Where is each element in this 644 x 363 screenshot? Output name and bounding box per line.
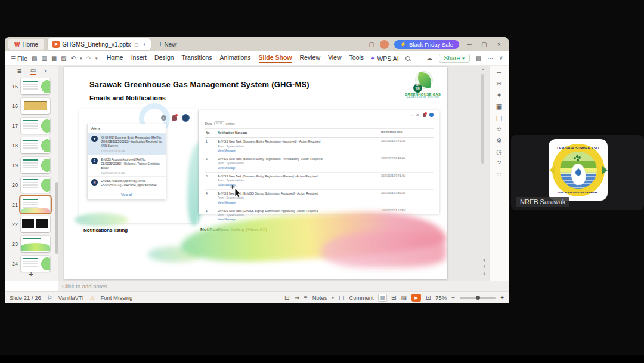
- export-pdf-button[interactable]: ▥: [41, 55, 47, 61]
- redo-button[interactable]: ↷: [86, 55, 91, 61]
- cloud-sync-icon[interactable]: ☁: [426, 54, 433, 62]
- notes-dropdown-icon[interactable]: ▾: [332, 296, 334, 300]
- zoom-out-button[interactable]: −: [451, 294, 455, 301]
- collapse-ribbon-icon[interactable]: ˅: [499, 55, 503, 61]
- comment-pane-icon[interactable]: ▢: [496, 115, 502, 121]
- slide-number: 24: [8, 261, 18, 267]
- slide-canvas[interactable]: Sarawak Greenhouse Gas Management System…: [64, 67, 447, 279]
- document-tab[interactable]: P GHGMS_Briefing_v1.pptx ▢ ∗: [48, 38, 151, 50]
- new-tab-button[interactable]: + New: [154, 40, 179, 48]
- menu-item-slide-show[interactable]: Slide Show: [259, 54, 292, 63]
- menu-item-animations[interactable]: Animations: [220, 54, 251, 63]
- plus-icon: +: [158, 40, 162, 48]
- print-button[interactable]: ▦: [51, 55, 57, 61]
- restore-button[interactable]: ▢: [479, 41, 489, 48]
- split-window-icon[interactable]: ▢: [369, 41, 374, 48]
- outline-view-icon[interactable]: ≣: [17, 67, 21, 74]
- wps-ai-button[interactable]: ✦ WPS AI: [370, 55, 399, 62]
- save-button[interactable]: ▤: [32, 55, 37, 61]
- menu-item-insert[interactable]: Insert: [131, 54, 147, 63]
- normal-view-button[interactable]: ▥: [379, 294, 386, 301]
- jump-to-icon[interactable]: ⇥: [294, 294, 299, 301]
- comment-button[interactable]: Comment: [349, 294, 373, 301]
- more-options-icon[interactable]: ···: [487, 55, 493, 61]
- settings-icon[interactable]: ⚙: [496, 137, 502, 144]
- notes-area[interactable]: Click to add notes: [58, 281, 509, 291]
- view-message-link[interactable]: View Message: [218, 149, 381, 153]
- apps-grid-icon[interactable]: ∷: [497, 171, 501, 178]
- undo-button[interactable]: ↶: [71, 55, 76, 61]
- collapse-panel-icon[interactable]: ›: [44, 67, 46, 74]
- quickbar-more-icon[interactable]: ▾: [95, 56, 98, 61]
- fit-slide-icon[interactable]: ⊡: [426, 294, 431, 301]
- view-message-link[interactable]: View Message: [218, 166, 381, 170]
- slide-thumbnail-17[interactable]: 17: [5, 116, 58, 136]
- slide-thumbnail-22[interactable]: 22: [5, 214, 58, 234]
- slide-thumbnail-19[interactable]: 19: [5, 155, 58, 175]
- zoom-level[interactable]: 75%: [435, 294, 447, 301]
- menu-item-design[interactable]: Design: [154, 54, 174, 63]
- undo-dropdown-icon[interactable]: ▾: [80, 56, 82, 61]
- design-tools-icon[interactable]: ✂: [496, 81, 501, 87]
- board-icon[interactable]: ⊡: [284, 294, 289, 301]
- scroll-down-icon[interactable]: ▾: [483, 258, 485, 263]
- zoom-in-button[interactable]: +: [500, 294, 504, 301]
- notes-toggle[interactable]: Notes: [312, 294, 327, 301]
- history-icon[interactable]: ◷: [496, 149, 502, 155]
- view-message-link[interactable]: View Message: [218, 201, 381, 205]
- close-button[interactable]: ×: [494, 41, 504, 48]
- shapes-icon[interactable]: ▣: [496, 103, 502, 110]
- view-message-link[interactable]: View Message: [218, 183, 381, 187]
- cell-message: EnVISS New Task [Business Entity Registr…: [218, 174, 381, 187]
- search-icon[interactable]: [405, 56, 410, 61]
- share-button[interactable]: Share ▾: [439, 54, 470, 63]
- menu-item-view[interactable]: View: [328, 54, 342, 63]
- menu-item-review[interactable]: Review: [300, 54, 320, 63]
- cell-no: 4: [205, 192, 218, 205]
- main-content: ≣ ▭ › 15161718192021222324 + Sarawak Gre…: [5, 66, 509, 281]
- slide-thumbnail-15[interactable]: 15: [5, 76, 58, 96]
- zoom-slider[interactable]: [460, 297, 496, 299]
- help-icon[interactable]: ?: [497, 160, 501, 167]
- print-preview-button[interactable]: ▧: [61, 55, 66, 61]
- font-missing-warning[interactable]: Font Missing: [100, 294, 132, 301]
- notifications-table: No.Notification MessageNotification Date…: [205, 128, 434, 224]
- editor-scrollbar[interactable]: [481, 74, 484, 164]
- thumbnail-preview: [21, 137, 50, 153]
- slide-thumbnail-21[interactable]: 21: [5, 195, 58, 214]
- right-toolbar: ─ ✂ ✦ ▣ ▢ ☆ ⚙ ◷ ? ∷: [489, 66, 509, 281]
- reading-view-button[interactable]: ▨: [401, 294, 406, 301]
- file-menu[interactable]: ☰ File: [11, 55, 27, 62]
- zoom-slider-handle[interactable]: [476, 296, 480, 300]
- slide-thumbnail-20[interactable]: 20: [5, 175, 58, 195]
- theme-name[interactable]: VanillaVTI: [58, 294, 84, 301]
- wps-office-window: W Home P GHGMS_Briefing_v1.pptx ▢ ∗ + Ne…: [5, 37, 509, 303]
- alerts-view-all-link: View all: [88, 190, 166, 199]
- next-slide-button[interactable]: ⇓: [482, 271, 486, 276]
- thumbnail-scrollbar[interactable]: [55, 182, 58, 254]
- add-slide-button[interactable]: +: [29, 269, 33, 279]
- alert-item[interactable]: T[GHG-MS] Business Entity Registration […: [88, 133, 166, 155]
- menu-item-home[interactable]: Home: [107, 54, 123, 63]
- account-avatar[interactable]: [380, 40, 389, 49]
- alert-item[interactable]: NEnVISS Account Approved [Ref No. ES/202…: [88, 177, 166, 190]
- editor-scroll-up-icon[interactable]: ▴: [482, 67, 484, 72]
- slide-thumbnail-18[interactable]: 18: [5, 136, 58, 155]
- menu-item-transitions[interactable]: Transitions: [182, 54, 212, 63]
- effects-icon[interactable]: ✦: [496, 92, 501, 99]
- slide-sorter-view-button[interactable]: ⊞: [391, 294, 396, 301]
- slide-thumbnail-23[interactable]: 23: [5, 234, 58, 254]
- black-friday-sale-button[interactable]: ⚡ Black Friday Sale: [394, 40, 459, 49]
- task-pane-icon[interactable]: ▤: [476, 55, 481, 61]
- previous-slide-button[interactable]: ⇑: [482, 264, 486, 269]
- alert-item[interactable]: JEnVISS Account Approved [Ref No. ES/202…: [88, 155, 166, 177]
- collapse-pane-icon[interactable]: ─: [497, 69, 501, 76]
- menu-item-tools[interactable]: Tools: [349, 54, 364, 63]
- favorites-icon[interactable]: ☆: [496, 126, 502, 133]
- slide-view-icon[interactable]: ▭: [30, 67, 36, 75]
- slide-thumbnail-16[interactable]: 16: [5, 96, 58, 116]
- home-tab[interactable]: W Home: [8, 39, 44, 50]
- minimize-button[interactable]: ─: [465, 41, 474, 48]
- slideshow-play-button[interactable]: ▶: [411, 294, 421, 302]
- tab-pin-icon[interactable]: ∗: [143, 42, 147, 47]
